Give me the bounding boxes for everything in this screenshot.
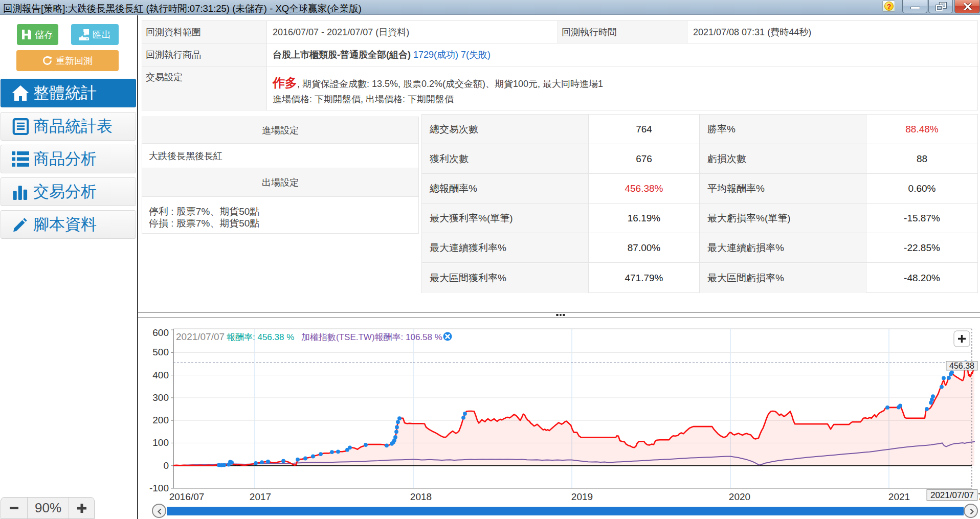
svg-text:2017: 2017 — [250, 491, 271, 502]
svg-text:2018: 2018 — [410, 491, 432, 502]
svg-text:-100: -100 — [149, 483, 169, 493]
svg-text:報酬率: 456.38 %: 報酬率: 456.38 % — [227, 332, 294, 342]
svg-text:500: 500 — [152, 347, 169, 357]
svg-text:456.38: 456.38 — [949, 362, 974, 370]
svg-text:2016/07: 2016/07 — [169, 491, 205, 502]
svg-text:2021/07/07: 2021/07/07 — [176, 331, 225, 342]
svg-text:2019: 2019 — [571, 491, 593, 502]
svg-text:2020: 2020 — [729, 491, 750, 502]
svg-text:2021: 2021 — [888, 491, 910, 502]
svg-text:200: 200 — [152, 415, 169, 425]
svg-text:100: 100 — [152, 437, 169, 448]
svg-text:加權指數(TSE.TW)報酬率: 106.58 %: 加權指數(TSE.TW)報酬率: 106.58 % — [301, 332, 442, 342]
svg-text:600: 600 — [152, 327, 169, 338]
svg-text:0: 0 — [163, 460, 169, 471]
svg-text:400: 400 — [152, 370, 169, 380]
svg-text:2021/07/07: 2021/07/07 — [930, 490, 974, 500]
svg-text:300: 300 — [152, 392, 169, 403]
